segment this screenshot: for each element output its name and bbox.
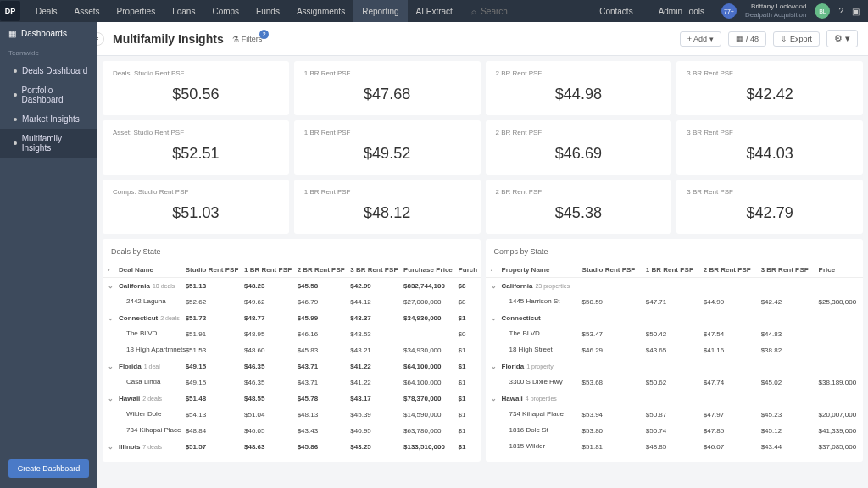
- nav-properties[interactable]: Properties: [108, 0, 164, 22]
- group-row[interactable]: ⌄Illinois7 deals$51.57$48.63$45.86$43.25…: [103, 439, 481, 455]
- metric-card[interactable]: 1 BR Rent PSF$49.52: [294, 120, 481, 175]
- group-row[interactable]: ⌄Hawaii4 properties: [486, 391, 864, 407]
- metric-card[interactable]: 2 BR Rent PSF$44.98: [486, 61, 672, 115]
- table-row[interactable]: 18 High Apartmnets$51.53$48.60$45.83$43.…: [103, 342, 481, 358]
- collapse-icon[interactable]: ⌄: [108, 282, 114, 290]
- column-header[interactable]: Purchase Price: [401, 263, 455, 278]
- notification-badge[interactable]: 77+: [721, 3, 737, 19]
- column-header[interactable]: Deal Name: [116, 263, 183, 278]
- export-button[interactable]: ⇩ Export: [773, 31, 820, 47]
- admin-tools-link[interactable]: Admin Tools: [650, 0, 713, 22]
- contacts-link[interactable]: Contacts: [591, 0, 641, 22]
- metric-card[interactable]: 1 BR Rent PSF$47.68: [294, 61, 481, 115]
- collapse-icon[interactable]: ⌄: [108, 443, 114, 451]
- expand-all-icon[interactable]: ›: [108, 266, 110, 274]
- create-dashboard-button[interactable]: Create Dashboard: [8, 459, 89, 478]
- column-header[interactable]: 3 BR Rent PSF: [759, 263, 816, 278]
- cell: $1: [455, 391, 480, 407]
- cell: $50.74: [643, 423, 701, 439]
- metric-label: 2 BR Rent PSF: [496, 69, 662, 77]
- column-header[interactable]: Studio Rent PSF: [183, 263, 242, 278]
- metric-card[interactable]: Asset: Studio Rent PSF$52.51: [103, 120, 289, 175]
- table-row[interactable]: 734 Kihapai Place$53.94$50.87$47.97$45.2…: [486, 407, 864, 423]
- nav-assets[interactable]: Assets: [66, 0, 108, 22]
- collapse-icon[interactable]: ⌄: [108, 314, 114, 322]
- cell: $46.35: [242, 358, 295, 374]
- column-header[interactable]: 1 BR Rent PSF: [643, 263, 701, 278]
- table-row[interactable]: 1445 Harrison St$50.59$47.71$44.99$42.42…: [486, 294, 864, 310]
- metric-card[interactable]: 3 BR Rent PSF$42.79: [676, 180, 863, 234]
- deals-table: ›Deal NameStudio Rent PSF1 BR Rent PSF2 …: [103, 263, 481, 455]
- filters-button[interactable]: ⚗ Filters 2: [232, 35, 263, 43]
- column-header[interactable]: 1 BR Rent PSF: [242, 263, 295, 278]
- table-row[interactable]: The BLVD$51.91$48.95$46.16$43.53$0: [103, 326, 481, 342]
- column-header[interactable]: 3 BR Rent PSF: [348, 263, 401, 278]
- metric-card[interactable]: 2 BR Rent PSF$45.38: [486, 180, 672, 234]
- group-row[interactable]: ⌄Florida1 deal$49.15$46.35$43.71$41.22$6…: [103, 358, 481, 374]
- column-header[interactable]: 2 BR Rent PSF: [701, 263, 759, 278]
- table-row[interactable]: The BLVD$53.47$50.42$47.54$44.83: [486, 326, 864, 342]
- chevron-down-icon: ▾: [709, 35, 714, 43]
- column-header[interactable]: Studio Rent PSF: [580, 263, 643, 278]
- metric-card[interactable]: 1 BR Rent PSF$48.12: [294, 180, 481, 234]
- settings-button[interactable]: ⚙ ▾: [826, 30, 858, 47]
- column-header[interactable]: Purch: [455, 263, 480, 278]
- table-row[interactable]: 734 Kihapai Place$48.84$46.05$43.43$40.9…: [103, 423, 481, 439]
- table-row[interactable]: 1815 Wilder$51.81$48.85$46.07$43.44$37,0…: [486, 439, 864, 455]
- group-row[interactable]: ⌄Hawaii2 deals$51.48$48.55$45.78$43.17$7…: [103, 391, 481, 407]
- search-box[interactable]: ⌕: [471, 7, 582, 16]
- metric-card[interactable]: Deals: Studio Rent PSF$50.56: [103, 61, 289, 115]
- group-row[interactable]: ⌄California23 properties: [486, 278, 864, 295]
- cell: $46.05: [242, 423, 295, 439]
- metric-card[interactable]: 3 BR Rent PSF$42.42: [676, 61, 863, 115]
- collapse-icon[interactable]: ⌄: [491, 395, 497, 402]
- table-row[interactable]: Wilder Dole$54.13$51.04$48.13$45.39$14,5…: [103, 407, 481, 423]
- cell: $40.95: [348, 423, 401, 439]
- table-row[interactable]: 1816 Dole St$53.80$50.74$47.85$45.12$41,…: [486, 423, 864, 439]
- sidebar-item-market-insights[interactable]: Market Insights: [0, 109, 97, 129]
- column-header[interactable]: Price: [816, 263, 863, 278]
- sidebar-header[interactable]: ▦ Dashboards: [0, 22, 97, 45]
- nav-reporting[interactable]: Reporting: [353, 0, 407, 22]
- metric-value: $52.51: [113, 145, 279, 163]
- collapse-icon[interactable]: ⌄: [491, 363, 497, 370]
- table-row[interactable]: 2442 Laguna$52.62$49.62$46.79$44.12$27,0…: [103, 294, 481, 310]
- collapse-icon[interactable]: ⌄: [491, 314, 497, 322]
- chat-icon[interactable]: ▣: [852, 7, 860, 16]
- user-info[interactable]: Brittany Lockwood Dealpath Acquisition: [745, 3, 807, 19]
- sidebar-item-portfolio-dashboard[interactable]: Portfolio Dashboard: [0, 80, 97, 109]
- nav-loans[interactable]: Loans: [164, 0, 203, 22]
- collapse-icon[interactable]: ⌄: [108, 363, 114, 370]
- metric-card[interactable]: 3 BR Rent PSF$44.03: [676, 120, 863, 175]
- search-input[interactable]: [481, 7, 582, 16]
- column-header[interactable]: Property Name: [499, 263, 580, 278]
- group-name: Connecticut2 deals: [116, 310, 183, 326]
- nav-assignments[interactable]: Assignments: [288, 0, 353, 22]
- column-header[interactable]: 2 BR Rent PSF: [295, 263, 348, 278]
- group-row[interactable]: ⌄California10 deals$51.13$48.23$45.58$42…: [103, 278, 481, 295]
- collapse-icon[interactable]: ⌄: [491, 282, 497, 290]
- table-row[interactable]: 18 High Street$46.29$43.65$41.16$38.82: [486, 342, 864, 358]
- nav-funds[interactable]: Funds: [248, 0, 288, 22]
- collapse-sidebar-button[interactable]: ‹: [97, 32, 104, 46]
- metric-card[interactable]: 2 BR Rent PSF$46.69: [486, 120, 672, 175]
- count-button[interactable]: ▦ / 48: [728, 31, 766, 47]
- expand-all-icon[interactable]: ›: [491, 266, 493, 274]
- avatar[interactable]: BL: [815, 3, 830, 19]
- add-button[interactable]: + Add ▾: [680, 31, 721, 47]
- nav-comps[interactable]: Comps: [203, 0, 248, 22]
- table-row[interactable]: 3300 S Dixie Hwy$53.68$50.62$47.74$45.02…: [486, 374, 864, 391]
- nav-ai-extract[interactable]: AI Extract: [408, 0, 461, 22]
- group-row[interactable]: ⌄Connecticut: [486, 310, 864, 326]
- app-logo[interactable]: DP: [0, 1, 20, 21]
- group-row[interactable]: ⌄Connecticut2 deals$51.72$48.77$45.99$43…: [103, 310, 481, 326]
- table-row[interactable]: Casa Linda$49.15$46.35$43.71$41.22$64,10…: [103, 374, 481, 391]
- cell: $43.37: [348, 310, 401, 326]
- sidebar-item-multifamily-insights[interactable]: Multifamily Insights: [0, 129, 97, 158]
- help-icon[interactable]: ?: [838, 7, 843, 16]
- nav-deals[interactable]: Deals: [27, 0, 66, 22]
- sidebar-item-deals-dashboard[interactable]: Deals Dashboard: [0, 61, 97, 80]
- collapse-icon[interactable]: ⌄: [108, 395, 114, 402]
- metric-card[interactable]: Comps: Studio Rent PSF$51.03: [103, 180, 289, 234]
- group-row[interactable]: ⌄Florida1 property: [486, 358, 864, 374]
